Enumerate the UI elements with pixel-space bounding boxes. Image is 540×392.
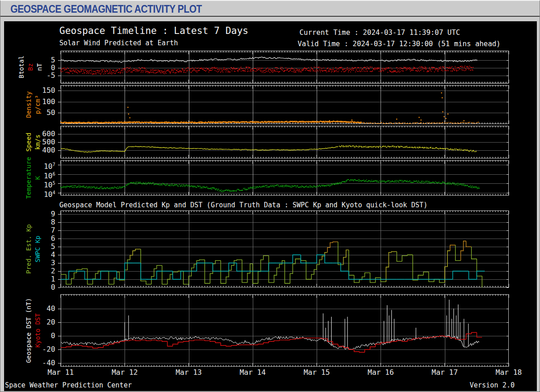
chart-speed [55, 126, 514, 158]
y-tick-label: 1 [32, 275, 55, 284]
geospace-plot: Geospace Timeline : Latest 7 Days Curren… [4, 21, 537, 391]
axis-label-btotal: Btotal [18, 56, 25, 79]
axis-label-k: K [34, 176, 41, 180]
axis-label-pred-est-kp: Pred. Est. Kp [25, 224, 32, 274]
axis-label-nt: nT [36, 63, 43, 71]
header-divider [0, 16, 540, 17]
page: GEOSPACE GEOMAGNETIC ACTIVITY PLOT Geosp… [0, 0, 540, 392]
y-tick-label: -5 [32, 71, 55, 80]
axis-label-density: Density [25, 91, 32, 118]
axis-label-temperature: Temperature [25, 157, 32, 199]
x-date-label: Mar 17 [422, 368, 468, 377]
series-speed-line [61, 146, 338, 152]
series-kyoto-dst [61, 333, 482, 353]
x-date-label: Mar 11 [38, 368, 83, 377]
current-time: Current Time : 2024-03-17 11:39:07 UTC [299, 29, 460, 37]
series-bz [60, 66, 473, 75]
axis-label-speed: Speed [25, 133, 32, 152]
axis-label-km-s: km/s [34, 134, 41, 150]
axis-label-kyoto-dst: Kyoto DST [34, 313, 41, 348]
y-tick-label: 150 [32, 86, 55, 95]
axis-label-p-cm: p/cm³ [34, 95, 41, 114]
x-date-label: Mar 16 [358, 368, 403, 377]
series-temperature [60, 179, 480, 192]
y-tick-label: 0 [32, 283, 55, 292]
plot-subtitle: Solar Wind Predicted at Earth [59, 39, 178, 47]
series-density-outliers [127, 92, 464, 121]
series-speed-scatter [339, 145, 477, 152]
section2-title: Geospace Model Predicted Kp and DST (Gro… [59, 201, 428, 209]
chart-kp-index [55, 210, 514, 287]
series-swpc-kp [61, 255, 485, 279]
x-date-label: Mar 12 [102, 368, 147, 377]
valid-time: Valid Time : 2024-03-17 12:30:00 (51 min… [298, 40, 501, 48]
chart-temperature [55, 160, 514, 196]
series-geospace-dst [61, 300, 479, 349]
chart-density [55, 85, 514, 124]
chart-imf-magnetic-field [55, 51, 514, 83]
plot-title: Geospace Timeline : Latest 7 Days [59, 25, 248, 36]
x-date-label: Mar 13 [166, 368, 212, 377]
series-pred-est-kp [61, 241, 482, 288]
footer-right: Version 2.0 [470, 381, 515, 389]
x-date-label: Mar 14 [230, 368, 275, 377]
y-tick-label: 104 [32, 188, 55, 199]
axis-label-bz: Bz [27, 63, 34, 71]
footer-left: Space Weather Prediction Center [5, 381, 132, 389]
series-btotal [61, 57, 477, 62]
x-date-label: Mar 18 [486, 368, 531, 377]
chart-dst-index [55, 294, 514, 367]
page-title: GEOSPACE GEOMAGNETIC ACTIVITY PLOT [10, 3, 202, 15]
y-tick-label: 40 [32, 304, 55, 313]
axis-label-swpc-kp: SWPC Kp [34, 235, 41, 262]
x-date-label: Mar 15 [294, 368, 339, 377]
y-tick-label: 7 [32, 226, 55, 235]
axis-label-geospace-dst-nt: Geospace DST (nT) [25, 298, 32, 363]
y-tick-label: -40 [32, 359, 55, 368]
